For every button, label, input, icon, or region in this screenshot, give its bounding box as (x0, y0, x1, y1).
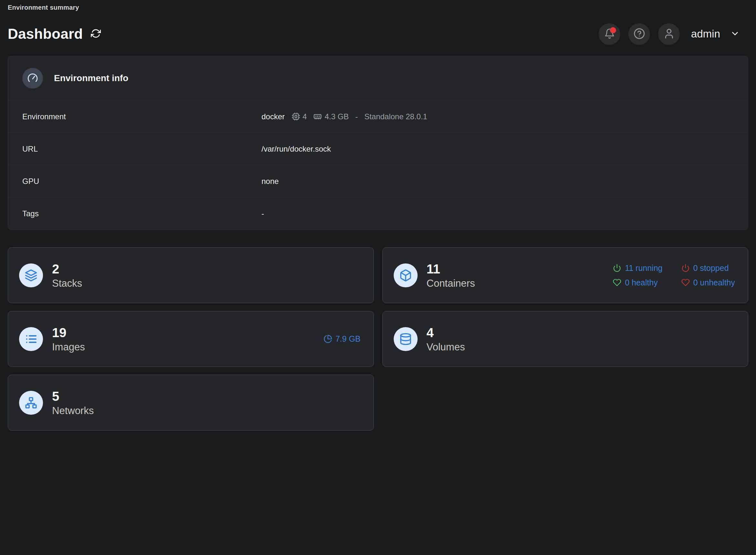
environment-info-card: Environment info Environment docker 4 (8, 56, 748, 230)
username-label[interactable]: admin (691, 28, 720, 40)
summary-cards-grid: 2 Stacks 11 Containers (8, 247, 748, 431)
page-title-group: Dashboard (8, 26, 102, 42)
database-icon (394, 327, 417, 351)
refresh-button[interactable] (90, 27, 102, 41)
stacks-label: Stacks (52, 278, 82, 289)
unhealthy-stat-label: 0 unhealthy (693, 278, 735, 287)
platform-version: Standalone 28.0.1 (364, 112, 427, 121)
running-stat[interactable]: 11 running (613, 263, 662, 273)
environment-info-title: Environment info (54, 73, 128, 83)
environment-row-value: docker 4 4.3 GB - (262, 112, 427, 121)
stacks-card[interactable]: 2 Stacks (8, 247, 374, 303)
networks-card[interactable]: 5 Networks (8, 375, 374, 431)
environment-info-header: Environment info (8, 56, 748, 100)
memory-icon (313, 112, 322, 121)
url-row-value: /var/run/docker.sock (262, 144, 331, 154)
networks-count: 5 (52, 389, 94, 404)
volumes-count: 4 (427, 325, 465, 340)
stopped-stat-label: 0 stopped (693, 263, 729, 273)
box-icon (394, 263, 417, 287)
url-row-label: URL (22, 144, 38, 154)
images-card[interactable]: 19 Images 7.9 GB (8, 311, 374, 367)
page-title: Dashboard (8, 26, 83, 42)
images-card-text: 19 Images (52, 325, 85, 353)
images-count: 19 (52, 325, 85, 340)
tags-row-value: - (262, 209, 264, 218)
gpu-row-value: none (262, 177, 279, 186)
heart-icon (681, 278, 690, 287)
pie-chart-icon (323, 335, 332, 343)
info-row-url: URL /var/run/docker.sock (8, 132, 748, 165)
containers-card[interactable]: 11 Containers 11 running (382, 247, 749, 303)
header-actions: admin (598, 23, 748, 45)
container-status-stats: 11 running 0 stopped (613, 263, 735, 287)
images-size-label: 7.9 GB (336, 334, 361, 344)
gauge-icon (22, 68, 43, 89)
info-row-gpu: GPU none (8, 165, 748, 197)
containers-label: Containers (427, 278, 475, 289)
networks-label: Networks (52, 405, 94, 417)
power-icon (613, 264, 621, 272)
power-icon (681, 264, 690, 272)
images-size-badge: 7.9 GB (323, 334, 361, 344)
refresh-icon (91, 29, 101, 39)
notification-badge (610, 27, 616, 33)
healthy-stat[interactable]: 0 healthy (613, 278, 662, 287)
unhealthy-stat[interactable]: 0 unhealthy (681, 278, 735, 287)
help-button[interactable] (628, 23, 650, 45)
info-row-tags: Tags - (8, 197, 748, 229)
containers-card-text: 11 Containers (427, 261, 475, 289)
chevron-down-icon (730, 29, 740, 39)
volumes-card-text: 4 Volumes (427, 325, 465, 353)
help-icon (633, 28, 645, 40)
page-header: Dashboard (8, 22, 748, 46)
network-icon (19, 391, 43, 415)
running-stat-label: 11 running (625, 263, 662, 273)
tags-row-label: Tags (22, 209, 39, 218)
breadcrumb: Environment summary (8, 0, 748, 11)
containers-count: 11 (427, 261, 475, 276)
user-menu-button[interactable] (658, 23, 680, 45)
user-icon (663, 28, 675, 40)
environment-name: docker (262, 112, 285, 121)
environment-row-label: Environment (22, 112, 66, 121)
volumes-card[interactable]: 4 Volumes (382, 311, 749, 367)
memory-amount: 4.3 GB (324, 112, 349, 121)
list-icon (19, 327, 43, 351)
meta-separator: - (355, 112, 358, 121)
images-label: Images (52, 341, 85, 353)
stacks-count: 2 (52, 261, 82, 276)
cpu-count: 4 (303, 112, 307, 121)
layers-icon (19, 263, 43, 287)
gpu-row-label: GPU (22, 177, 39, 186)
stacks-card-text: 2 Stacks (52, 261, 82, 289)
user-menu-chevron[interactable] (730, 29, 740, 39)
stopped-stat[interactable]: 0 stopped (681, 263, 735, 273)
volumes-label: Volumes (427, 341, 465, 353)
notifications-button[interactable] (598, 23, 620, 45)
info-row-environment: Environment docker 4 (8, 100, 748, 132)
dashboard-page: Environment summary Dashboard (0, 0, 756, 431)
networks-card-text: 5 Networks (52, 389, 94, 417)
healthy-stat-label: 0 healthy (625, 278, 657, 287)
heart-icon (613, 278, 621, 287)
cpu-icon (292, 113, 300, 121)
